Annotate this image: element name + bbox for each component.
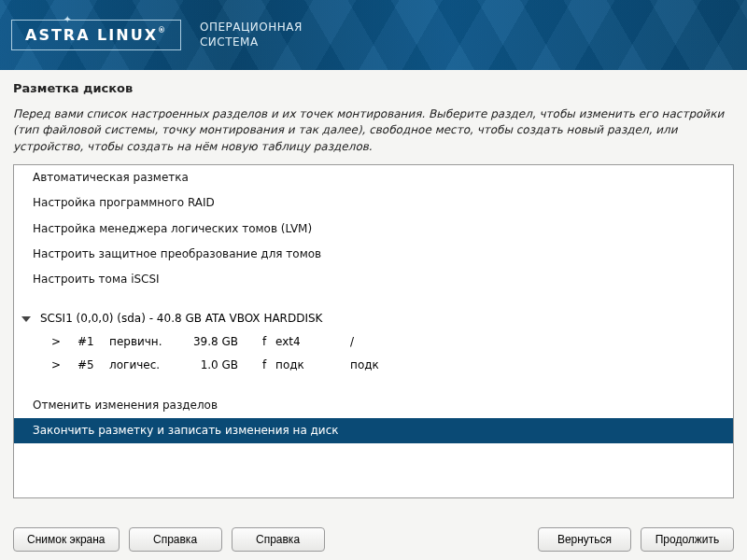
footer: Снимок экрана Справка Справка Вернуться … [0,518,747,560]
part-type: первичн. [109,333,184,351]
page-title: Разметка дисков [13,81,734,95]
part-mount: / [350,333,406,351]
chevron-down-icon [21,316,31,322]
part-num: #1 [78,333,109,351]
part-size: 1.0 GB [184,357,238,374]
part-num: #5 [78,357,109,374]
help-button[interactable]: Справка [129,527,222,552]
continue-button[interactable]: Продолжить [641,527,734,552]
part-fs: ext4 [275,333,350,351]
menu-lvm[interactable]: Настройка менеджера логических томов (LV… [14,217,733,242]
header: ✦ ASTRA LINUX® ОПЕРАЦИОННАЯ СИСТЕМА [0,0,747,70]
intro-text: Перед вами список настроенных разделов и… [13,106,734,155]
header-subtitle: ОПЕРАЦИОННАЯ СИСТЕМА [200,21,303,49]
partition-row[interactable]: >#1первичн.39.8 GBfext4/ [14,330,733,354]
partition-list: Автоматическая разметка Настройка програ… [13,164,734,498]
finish-partitioning[interactable]: Закончить разметку и записать изменения … [14,418,733,443]
menu-iscsi[interactable]: Настроить тома iSCSI [14,267,733,292]
menu-auto-partition[interactable]: Автоматическая разметка [14,165,733,190]
part-flag: f [262,357,275,374]
spacer [14,378,733,393]
part-type: логичес. [109,357,184,374]
menu-raid[interactable]: Настройка программного RAID [14,190,733,216]
header-content: ✦ ASTRA LINUX® ОПЕРАЦИОННАЯ СИСТЕМА [0,0,747,70]
spacer [14,292,733,307]
main-content: Разметка дисков Перед вами список настро… [0,70,747,518]
undo-changes[interactable]: Отменить изменения разделов [14,393,733,418]
brand-text: ASTRA LINUX® [25,26,167,44]
disk-label: SCSI1 (0,0,0) (sda) - 40.8 GB ATA VBOX H… [40,310,322,328]
subtitle-line1: ОПЕРАЦИОННАЯ [200,21,303,35]
partition-row[interactable]: >#5логичес.1.0 GBfподкподк [14,354,733,377]
subtitle-line2: СИСТЕМА [200,35,303,50]
screenshot-button[interactable]: Снимок экрана [13,527,120,552]
part-size: 39.8 GB [184,333,238,351]
menu-encrypt[interactable]: Настроить защитное преобразование для то… [14,242,733,267]
part-fs: подк [275,357,350,374]
disk-row[interactable]: SCSI1 (0,0,0) (sda) - 40.8 GB ATA VBOX H… [14,307,733,330]
star-icon: ✦ [63,14,71,24]
part-mount: подк [350,357,406,374]
back-button[interactable]: Вернуться [538,527,631,552]
help-button-2[interactable]: Справка [232,527,325,552]
part-flag: f [262,333,275,351]
brand-logo: ✦ ASTRA LINUX® [11,20,181,50]
